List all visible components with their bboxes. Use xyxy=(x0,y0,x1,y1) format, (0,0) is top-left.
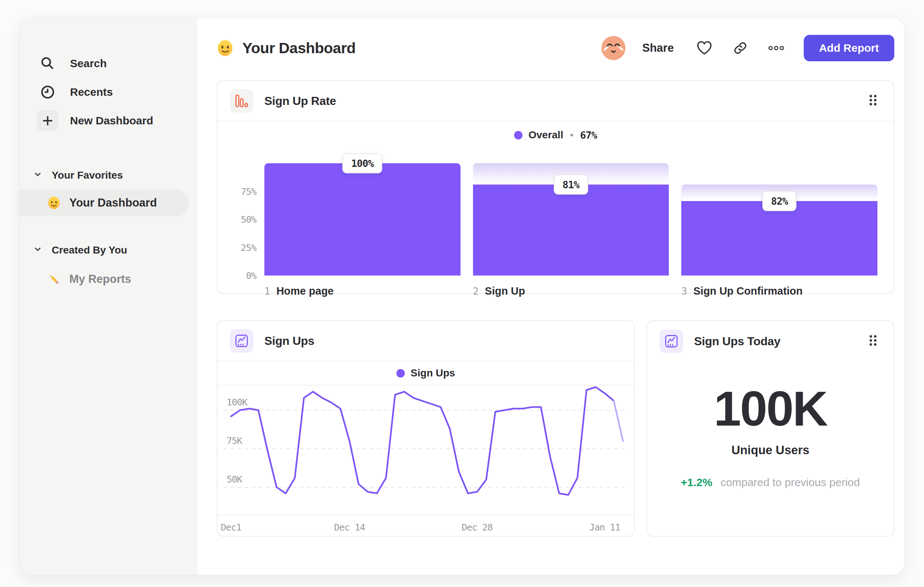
sidebar-item-label: Search xyxy=(70,57,107,70)
legend-series-name: Sign Ups xyxy=(411,367,455,379)
y-axis-tick: 50% xyxy=(241,214,256,225)
funnel-chart-icon xyxy=(230,89,253,112)
x-axis-tick: Dec 28 xyxy=(462,522,492,533)
line-chart-icon xyxy=(660,329,683,353)
step-number: 1 xyxy=(264,286,270,297)
legend-separator: • xyxy=(570,129,573,141)
funnel-x-labels: 1Home page2Sign Up3Sign Up Confirmation xyxy=(264,285,878,297)
y-axis-tick: 75% xyxy=(241,186,256,197)
sidebar-item-label: New Dashboard xyxy=(70,114,153,127)
legend-dot xyxy=(514,131,523,139)
sidebar-item-recents[interactable]: Recents xyxy=(37,80,198,104)
line-x-axis: Dec1Dec 14Dec 28Jan 11 xyxy=(218,515,634,534)
pencil-emoji xyxy=(47,273,61,286)
funnel-step-label: 1Home page xyxy=(264,285,460,297)
step-name: Sign Up xyxy=(485,285,525,297)
y-axis-tick: 0% xyxy=(246,270,256,281)
sidebar-item-my-reports[interactable]: My Reports xyxy=(20,266,198,292)
funnel-legend: Overall • 67% xyxy=(218,121,894,149)
y-axis-tick: 50K xyxy=(227,474,242,484)
share-button[interactable]: Share xyxy=(642,41,674,55)
sign-up-rate-card-header: Sign Up Rate xyxy=(218,81,894,121)
search-icon xyxy=(37,53,58,74)
smiley-emoji xyxy=(47,196,61,210)
more-options-icon[interactable] xyxy=(768,40,785,56)
delta-note: compared to previous period xyxy=(721,476,860,488)
y-axis-tick: 100K xyxy=(227,397,247,408)
conversion-badge: 82% xyxy=(762,191,797,211)
drag-handle-icon[interactable] xyxy=(865,90,881,112)
bar-solid-fill xyxy=(473,185,669,276)
section-label: Your Favorites xyxy=(52,169,123,181)
sidebar-item-your-dashboard[interactable]: Your Dashboard xyxy=(20,189,189,217)
unique-users-value: 100K xyxy=(647,380,894,437)
line-legend: Sign Ups xyxy=(218,361,634,385)
chevron-down-icon xyxy=(33,244,42,256)
sign-up-rate-card: Sign Up Rate Overall • 67% 75%50%25%0% 1… xyxy=(217,80,894,294)
smiley-emoji xyxy=(217,40,234,56)
cards-row: Sign Ups Sign Ups 100K75K50K Dec1Dec 14D… xyxy=(217,320,894,537)
chevron-down-icon xyxy=(33,169,42,181)
bar-solid-fill xyxy=(264,163,460,276)
favorites-section-header[interactable]: Your Favorites xyxy=(20,168,198,183)
funnel-step-label: 2Sign Up xyxy=(473,285,669,297)
sidebar-item-label: Recents xyxy=(70,86,113,98)
x-axis-tick: Jan 11 xyxy=(589,522,620,533)
card-title: Sign Ups Today xyxy=(694,335,780,348)
sidebar-item-new-dashboard[interactable]: New Dashboard xyxy=(37,109,198,133)
page-title: Your Dashboard xyxy=(243,40,356,57)
sidebar-item-label: My Reports xyxy=(69,273,131,286)
funnel-step-bar[interactable]: 82% xyxy=(681,163,878,276)
conversion-badge: 100% xyxy=(342,153,383,174)
favorite-heart-icon[interactable] xyxy=(696,40,713,56)
funnel-chart: 75%50%25%0% 100%81%82% xyxy=(218,149,894,276)
clock-icon xyxy=(37,81,58,103)
line-chart: 100K75K50K xyxy=(224,385,628,515)
y-axis-tick: 25% xyxy=(241,242,256,253)
funnel-y-axis: 75%50%25%0% xyxy=(234,163,264,276)
funnel-step-bar[interactable]: 100% xyxy=(264,163,460,276)
plus-icon xyxy=(37,110,58,131)
sign-ups-card-header: Sign Ups xyxy=(218,321,634,361)
line-chart-svg xyxy=(224,385,629,515)
step-number: 2 xyxy=(473,286,478,297)
legend-dot xyxy=(396,369,405,377)
y-axis-tick: 75K xyxy=(227,435,242,446)
funnel-step-bar[interactable]: 81% xyxy=(473,163,669,276)
line-chart-icon xyxy=(230,329,253,352)
step-name: Home page xyxy=(276,285,334,297)
add-report-button[interactable]: Add Report xyxy=(804,35,894,61)
step-name: Sign Up Confirmation xyxy=(693,285,803,297)
sidebar-section-created-by-you: Created By You My Reports xyxy=(20,243,198,292)
user-avatar[interactable] xyxy=(601,36,625,60)
conversion-badge: 81% xyxy=(554,175,588,195)
card-title: Sign Ups xyxy=(264,334,314,348)
sidebar-section-favorites: Your Favorites Your Dashboard xyxy=(20,168,198,217)
step-number: 3 xyxy=(681,286,687,297)
sidebar-item-label: Your Dashboard xyxy=(69,196,157,210)
section-label: Created By You xyxy=(52,244,127,256)
card-title: Sign Up Rate xyxy=(264,94,336,108)
sidebar: Search Recents New Dashboard Your Favori… xyxy=(20,18,198,575)
delta-value: +1.2% xyxy=(681,476,713,488)
dashboard-header: Your Dashboard Share xyxy=(217,28,894,68)
created-by-you-section-header[interactable]: Created By You xyxy=(20,243,198,258)
x-axis-tick: Dec 14 xyxy=(334,522,365,533)
copy-link-icon[interactable] xyxy=(732,40,749,56)
sign-ups-today-card-header: Sign Ups Today xyxy=(647,321,894,361)
sign-ups-card: Sign Ups Sign Ups 100K75K50K Dec1Dec 14D… xyxy=(217,320,635,537)
drag-handle-icon[interactable] xyxy=(865,331,881,352)
unique-users-label: Unique Users xyxy=(647,443,894,457)
legend-value: 67% xyxy=(580,129,597,141)
main-content: Your Dashboard Share xyxy=(198,18,904,575)
funnel-step-label: 3Sign Up Confirmation xyxy=(681,285,878,297)
legend-series-name: Overall xyxy=(528,129,563,141)
delta-row: +1.2% compared to previous period xyxy=(647,476,894,489)
sidebar-item-search[interactable]: Search xyxy=(37,51,198,76)
dashboard-title-group: Your Dashboard xyxy=(217,40,356,57)
sign-ups-today-card: Sign Ups Today 100K Unique Users +1.2% c… xyxy=(647,320,894,537)
header-actions: Share Add Report xyxy=(601,35,895,61)
x-axis-tick: Dec1 xyxy=(221,522,241,533)
app-window: Search Recents New Dashboard Your Favori… xyxy=(19,17,905,575)
bar-solid-fill xyxy=(681,201,878,276)
